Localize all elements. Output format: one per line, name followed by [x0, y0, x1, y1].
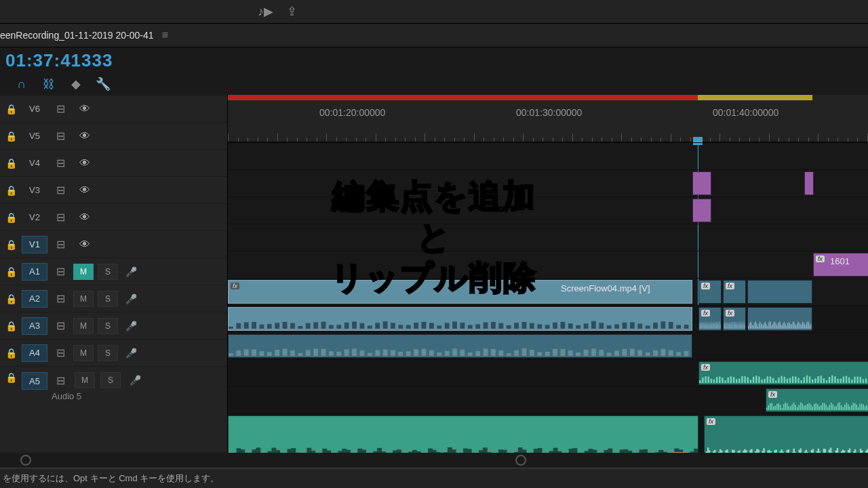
- clip[interactable]: fx1601: [813, 253, 868, 277]
- clip[interactable]: [692, 199, 711, 222]
- clip[interactable]: fx: [698, 307, 722, 331]
- lock-icon[interactable]: 🔒: [5, 266, 20, 277]
- track-target[interactable]: A1: [22, 263, 47, 281]
- sync-lock-icon[interactable]: ⊟: [49, 238, 72, 251]
- solo-button[interactable]: S: [98, 291, 118, 307]
- track-lane[interactable]: fx: [228, 359, 868, 386]
- solo-button[interactable]: S: [100, 372, 121, 388]
- track-target[interactable]: V2: [22, 209, 47, 226]
- video-track-header[interactable]: 🔒 V4 ⊟ 👁: [0, 149, 227, 176]
- track-target[interactable]: A5: [22, 372, 47, 390]
- play-add-icon[interactable]: ♪▶: [258, 4, 273, 19]
- mute-button[interactable]: M: [73, 345, 94, 361]
- clip[interactable]: fxScreenFlow04.mp4 [V]: [228, 280, 692, 304]
- audio-track-header[interactable]: 🔒 A5 ⊟ M S 🎤 Audio 5: [0, 366, 227, 420]
- zoom-scrollbar[interactable]: [0, 453, 868, 468]
- clip[interactable]: [692, 171, 711, 195]
- zoom-handle-center[interactable]: [515, 455, 526, 466]
- solo-button[interactable]: S: [98, 318, 118, 334]
- lock-icon[interactable]: 🔒: [5, 321, 20, 331]
- snap-icon[interactable]: ∩: [9, 75, 34, 94]
- track-target[interactable]: V4: [22, 155, 47, 172]
- mute-button[interactable]: M: [73, 264, 94, 280]
- eye-icon[interactable]: 👁: [73, 239, 96, 251]
- sync-lock-icon[interactable]: ⊟: [49, 211, 72, 224]
- video-track-header[interactable]: 🔒 V6 ⊟ 👁: [0, 95, 227, 122]
- lock-icon[interactable]: 🔒: [5, 348, 20, 359]
- mic-icon[interactable]: 🎤: [122, 293, 140, 304]
- track-target[interactable]: V1: [22, 236, 47, 253]
- clip[interactable]: [228, 307, 692, 331]
- track-target[interactable]: A2: [22, 290, 47, 308]
- clip[interactable]: [747, 307, 812, 331]
- track-target[interactable]: A3: [22, 317, 47, 335]
- clip[interactable]: fx: [698, 280, 722, 304]
- mic-icon[interactable]: 🎤: [126, 375, 144, 386]
- sync-lock-icon[interactable]: ⊟: [49, 102, 72, 115]
- lock-icon[interactable]: 🔒: [5, 212, 20, 223]
- eye-icon[interactable]: 👁: [73, 130, 96, 142]
- clip[interactable]: [228, 334, 692, 358]
- audio-track-header[interactable]: 🔒 A1 ⊟ M S 🎤: [0, 258, 227, 285]
- mic-icon[interactable]: 🎤: [122, 321, 140, 331]
- solo-button[interactable]: S: [98, 264, 118, 280]
- time-ruler[interactable]: 00:01:20:0000000:01:30:0000000:01:40:000…: [228, 95, 868, 142]
- track-lane[interactable]: [228, 197, 868, 224]
- mute-button[interactable]: M: [73, 291, 94, 307]
- sync-lock-icon[interactable]: ⊟: [49, 292, 72, 305]
- eye-icon[interactable]: 👁: [73, 157, 96, 169]
- track-lane[interactable]: [228, 332, 868, 359]
- lock-icon[interactable]: 🔒: [5, 239, 20, 250]
- clip[interactable]: fx: [723, 307, 746, 331]
- clip[interactable]: fx: [723, 280, 746, 304]
- video-track-header[interactable]: 🔒 V3 ⊟ 👁: [0, 176, 227, 203]
- eye-icon[interactable]: 👁: [73, 184, 96, 197]
- track-lane[interactable]: fxfx: [228, 305, 868, 332]
- sync-lock-icon[interactable]: ⊟: [49, 184, 72, 197]
- track-lane[interactable]: fxScreenFlow04.mp4 [V]fxfx: [228, 278, 868, 305]
- solo-button[interactable]: S: [98, 345, 118, 361]
- clip[interactable]: [747, 280, 812, 304]
- out-range-bar[interactable]: [698, 95, 812, 100]
- wrench-icon[interactable]: 🔧: [91, 75, 115, 94]
- sync-lock-icon[interactable]: ⊟: [49, 319, 72, 332]
- audio-track-header[interactable]: 🔒 A2 ⊟ M S 🎤: [0, 285, 227, 312]
- track-target[interactable]: A4: [22, 344, 47, 362]
- track-lane[interactable]: fx1601: [228, 251, 868, 278]
- sync-lock-icon[interactable]: ⊟: [49, 346, 72, 359]
- clip[interactable]: [804, 171, 814, 195]
- track-target[interactable]: V5: [22, 127, 47, 145]
- clip[interactable]: fx: [766, 388, 868, 412]
- zoom-handle-left[interactable]: [20, 455, 31, 466]
- video-track-header[interactable]: 🔒 V1 ⊟ 👁: [0, 230, 227, 258]
- track-lane[interactable]: fx: [228, 386, 868, 413]
- linked-selection-icon[interactable]: ⛓: [37, 75, 61, 94]
- audio-track-header[interactable]: 🔒 A3 ⊟ M S 🎤: [0, 312, 227, 339]
- panel-menu-icon[interactable]: ≡: [162, 29, 168, 41]
- lock-icon[interactable]: 🔒: [5, 104, 20, 115]
- lock-icon[interactable]: 🔒: [5, 293, 20, 304]
- sync-lock-icon[interactable]: ⊟: [49, 129, 72, 142]
- eye-icon[interactable]: 👁: [73, 103, 96, 115]
- timecode-display[interactable]: 01:37:41333: [0, 50, 113, 71]
- in-range-bar[interactable]: [228, 95, 698, 100]
- mic-icon[interactable]: 🎤: [122, 266, 140, 277]
- mute-button[interactable]: M: [75, 372, 95, 388]
- video-track-header[interactable]: 🔒 V2 ⊟ 👁: [0, 203, 227, 230]
- lock-icon[interactable]: 🔒: [5, 158, 20, 169]
- clip[interactable]: fx: [698, 361, 868, 385]
- mute-button[interactable]: M: [73, 318, 94, 334]
- export-icon[interactable]: ⇪: [287, 4, 297, 19]
- marker-icon[interactable]: ◆: [64, 75, 88, 94]
- lock-icon[interactable]: 🔒: [5, 185, 20, 196]
- timeline[interactable]: 00:01:20:0000000:01:30:0000000:01:40:000…: [227, 95, 868, 454]
- lock-icon[interactable]: 🔒: [5, 131, 20, 142]
- video-track-header[interactable]: 🔒 V5 ⊟ 👁: [0, 122, 227, 149]
- lock-icon[interactable]: 🔒: [5, 372, 20, 383]
- track-lane[interactable]: [228, 224, 868, 251]
- track-target[interactable]: V6: [22, 100, 47, 118]
- mic-icon[interactable]: 🎤: [122, 348, 140, 359]
- sync-lock-icon[interactable]: ⊟: [49, 265, 72, 278]
- audio-track-header[interactable]: 🔒 A4 ⊟ M S 🎤: [0, 339, 227, 366]
- sequence-tab[interactable]: eenRecording_01-11-2019 20-00-41 ≡: [0, 24, 868, 47]
